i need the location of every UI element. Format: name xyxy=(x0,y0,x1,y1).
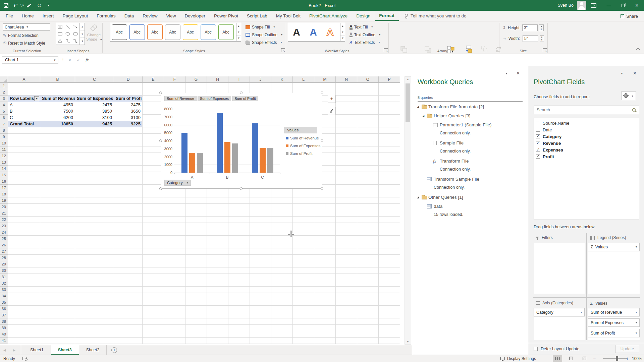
row-header-35[interactable]: 35 xyxy=(0,299,8,306)
rounded-rectangle-icon[interactable] xyxy=(71,30,79,37)
share-button[interactable]: Share xyxy=(618,11,641,21)
page-layout-view-button[interactable] xyxy=(566,355,576,362)
field-button-sum-of-revenue[interactable]: Sum of Revenue xyxy=(164,96,197,101)
row-header-15[interactable]: 15 xyxy=(0,172,8,178)
pivot-row-label[interactable]: C xyxy=(8,115,40,121)
vertical-scroll-thumb[interactable] xyxy=(406,83,410,122)
pivot-value-cell[interactable]: 6200 xyxy=(40,115,75,121)
column-header-K[interactable]: K xyxy=(271,76,293,83)
field-item-source-name[interactable]: Source.Name xyxy=(536,120,639,126)
row-header-20[interactable]: 20 xyxy=(0,204,8,210)
row-header-39[interactable]: 39 xyxy=(0,325,8,331)
size-dialog-launcher[interactable]: ↘ xyxy=(543,48,547,52)
zoom-level[interactable]: 100% xyxy=(632,356,642,361)
feedback-smiley-icon[interactable]: ☺ xyxy=(37,2,42,8)
gallery-more-icon[interactable]: ⊽ xyxy=(340,36,345,41)
row-header-2[interactable]: 2 xyxy=(0,89,8,96)
undo-icon[interactable]: ↶▾ xyxy=(13,2,15,8)
shape-styles-gallery[interactable]: AbcAbcAbcAbcAbcAbcAbc xyxy=(110,23,236,42)
column-header-B[interactable]: B xyxy=(40,76,75,83)
query-item-parameter1-sample-file[interactable]: Parameter1 (Sample File) xyxy=(412,120,527,129)
page-break-view-button[interactable] xyxy=(580,355,589,362)
shape-style-3[interactable]: Abc xyxy=(147,24,163,40)
pivot-header-cell[interactable]: Sum of Expenses xyxy=(75,96,114,102)
query-item-transform-file[interactable]: fxTransform File xyxy=(412,157,527,166)
change-shape-button[interactable]: Change Shape ▾ xyxy=(86,23,102,42)
zoom-in-button[interactable]: + xyxy=(626,356,629,361)
tell-me-box[interactable]: Tell me what you want to do xyxy=(405,11,467,21)
formula-input[interactable] xyxy=(93,56,642,64)
rectangle-icon[interactable] xyxy=(56,30,64,37)
name-box-dropdown-icon[interactable]: ▼ xyxy=(51,57,58,63)
row-header-31[interactable]: 31 xyxy=(0,274,8,280)
row-header-4[interactable]: 4 xyxy=(0,102,8,108)
row-header-11[interactable]: 11 xyxy=(0,146,8,153)
pivot-value-cell[interactable]: 3100 xyxy=(114,115,142,121)
selection-handle[interactable] xyxy=(159,187,162,190)
tab-insert[interactable]: Insert xyxy=(38,11,58,21)
checkbox[interactable] xyxy=(536,148,540,152)
pivot-grand-total-cell[interactable]: 18650 xyxy=(40,121,75,127)
pivot-chart[interactable]: Sum of RevenueSum of ExpensesSum of Prof… xyxy=(161,93,322,189)
row-header-28[interactable]: 28 xyxy=(0,255,8,261)
column-header-H[interactable]: H xyxy=(207,76,228,83)
row-header-21[interactable]: 21 xyxy=(0,210,8,217)
row-header-5[interactable]: 5 xyxy=(0,108,8,115)
expanded-icon[interactable]: ◢ xyxy=(422,114,427,117)
row-header-36[interactable]: 36 xyxy=(0,306,8,312)
row-header-16[interactable]: 16 xyxy=(0,178,8,185)
reset-to-match-style-button[interactable]: ⟲ Reset to Match Style xyxy=(3,40,45,47)
text-box-icon[interactable] xyxy=(56,23,64,30)
insert-function-icon[interactable]: fx xyxy=(83,56,91,64)
row-header-37[interactable]: 37 xyxy=(0,312,8,318)
row-header-33[interactable]: 33 xyxy=(0,287,8,293)
zoom-slider[interactable] xyxy=(603,358,627,359)
ink-pen-icon[interactable] xyxy=(27,3,32,8)
wordart-style-3[interactable]: A xyxy=(322,24,338,40)
height-stepper[interactable]: ▲▼ xyxy=(539,24,544,31)
chart-elements-button[interactable]: + xyxy=(328,95,336,103)
wordart-gallery[interactable]: AAA xyxy=(288,23,340,42)
selection-handle[interactable] xyxy=(159,92,162,94)
update-button[interactable]: Update xyxy=(615,345,639,353)
wordart-dialog-launcher[interactable]: ↘ xyxy=(384,48,388,52)
selection-handle[interactable] xyxy=(321,187,323,190)
field-button-sum-of-profit[interactable]: Sum of Profit xyxy=(232,96,258,101)
pill-values[interactable]: ΣValues▾ xyxy=(588,243,640,251)
gallery-down-icon[interactable]: ▼ xyxy=(340,29,345,35)
display-settings-button[interactable]: Display Settings xyxy=(500,356,536,361)
text-effects-button[interactable]: A Text Effects▾ xyxy=(350,39,380,46)
tab-developer[interactable]: Developer xyxy=(180,11,210,21)
row-header-3[interactable]: 3 xyxy=(0,96,8,102)
select-all-corner[interactable] xyxy=(0,76,8,83)
shape-styles-dialog-launcher[interactable]: ↘ xyxy=(281,48,285,52)
column-header-A[interactable]: A xyxy=(8,76,40,83)
ribbon-display-options-icon[interactable] xyxy=(591,3,596,8)
row-header-19[interactable]: 19 xyxy=(0,197,8,204)
pivot-header-cell[interactable]: Row Labels▼ xyxy=(8,96,40,102)
wordart-scrollbar[interactable]: ▲ ▼ ⊽ xyxy=(340,23,345,42)
cancel-icon[interactable]: ✕ xyxy=(66,56,74,64)
checkbox[interactable] xyxy=(536,128,540,132)
query-item-sample-file[interactable]: Sample File xyxy=(412,138,527,147)
legend-drop-zone[interactable]: ΣValues▾ xyxy=(588,243,640,294)
tools-button[interactable]: ▾ xyxy=(621,92,636,100)
pill-category[interactable]: Category▾ xyxy=(534,308,585,316)
column-header-E[interactable]: E xyxy=(143,76,164,83)
column-header-M[interactable]: M xyxy=(314,76,336,83)
column-header-D[interactable]: D xyxy=(114,76,143,83)
column-header-J[interactable]: J xyxy=(250,76,271,83)
pivot-value-cell[interactable]: 4950 xyxy=(40,102,75,108)
query-item-helper-queries-3[interactable]: ◢Helper Queries [3] xyxy=(412,111,527,120)
tab-power-pivot[interactable]: Power Pivot xyxy=(210,11,243,21)
search-box[interactable] xyxy=(534,106,639,114)
column-header-C[interactable]: C xyxy=(75,76,114,83)
query-item-data[interactable]: data xyxy=(412,202,527,211)
field-item-category[interactable]: Category xyxy=(536,133,639,140)
column-header-O[interactable]: O xyxy=(357,76,379,83)
sheet-tab-sheet1[interactable]: Sheet1 xyxy=(23,345,51,355)
field-item-revenue[interactable]: Revenue xyxy=(536,140,639,146)
shape-height-control[interactable]: ⇕ Height: 3"▲▼ xyxy=(502,24,544,31)
legend-title-button[interactable]: Values xyxy=(284,127,317,133)
tab-script-lab[interactable]: Script Lab xyxy=(243,11,272,21)
